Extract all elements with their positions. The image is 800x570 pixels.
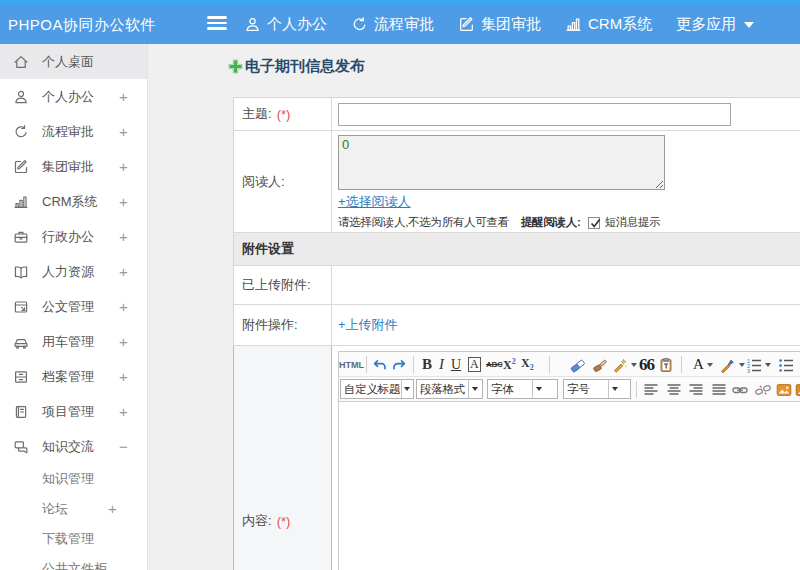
menu-toggle-icon[interactable]	[207, 16, 229, 30]
expand-icon[interactable]: +	[119, 79, 128, 114]
blockquote-button[interactable]: 66	[639, 354, 654, 375]
sidebar-item[interactable]: 个人办公+	[0, 79, 147, 114]
font-size-select[interactable]: 字号	[563, 379, 631, 399]
nav-item-label: 个人办公	[267, 15, 327, 34]
sidebar-item[interactable]: 公文管理+	[0, 289, 147, 324]
link-icon[interactable]	[732, 379, 748, 400]
nav-item-4[interactable]: CRM系统	[565, 15, 652, 34]
italic-button[interactable]: I	[439, 354, 444, 375]
sidebar-item[interactable]: 知识交流−	[0, 429, 147, 464]
main-content: 电子期刊信息发布 主题: (*) 阅读人: +选择阅读人	[149, 44, 800, 570]
align-justify-icon[interactable]	[711, 379, 727, 400]
expand-icon[interactable]: +	[119, 254, 128, 289]
document-icon	[13, 299, 29, 315]
expand-icon[interactable]: +	[119, 149, 128, 184]
align-left-icon[interactable]	[643, 379, 659, 400]
nav-item-5[interactable]: 更多应用	[676, 15, 754, 34]
image-icon[interactable]	[776, 379, 792, 400]
sidebar-subitem[interactable]: 论坛+	[0, 494, 147, 524]
attachment-section-header: 附件设置	[234, 233, 800, 266]
sidebar-item[interactable]: 人力资源+	[0, 254, 147, 289]
dropdown-caret-icon[interactable]	[468, 380, 481, 398]
sidebar-item-label: 用车管理	[42, 324, 94, 359]
formatmatch-icon[interactable]	[592, 354, 608, 375]
sidebar-item[interactable]: 流程审批+	[0, 114, 147, 149]
dropdown-caret-icon[interactable]	[608, 380, 621, 398]
briefcase-icon	[13, 229, 29, 245]
expand-icon[interactable]: +	[119, 359, 128, 394]
font-family-select[interactable]: 字体	[487, 379, 558, 399]
sms-label: 短消息提示	[604, 215, 660, 230]
collapse-icon[interactable]: −	[119, 429, 128, 464]
html-source-button[interactable]: HTML	[339, 354, 364, 375]
eraser-icon[interactable]	[570, 354, 586, 375]
toolbar-separator	[413, 356, 414, 373]
expand-icon[interactable]: +	[119, 289, 128, 324]
sidebar-item[interactable]: 项目管理+	[0, 394, 147, 429]
expand-icon[interactable]: +	[119, 184, 128, 219]
superscript-button[interactable]: X2	[503, 354, 516, 375]
expand-icon[interactable]: +	[108, 494, 117, 524]
page-title: 电子期刊信息发布	[245, 57, 365, 76]
sidebar-item[interactable]: 个人桌面	[0, 44, 147, 79]
form-row-attach-action: 附件操作: +上传附件	[234, 305, 800, 346]
sidebar-item-label: 人力资源	[42, 254, 94, 289]
dropdown-caret-icon[interactable]	[532, 380, 545, 398]
sidebar-subitem[interactable]: 公共文件柜	[0, 554, 147, 570]
nav-item-1[interactable]: 个人办公	[244, 15, 327, 34]
readers-textarea[interactable]	[338, 135, 665, 190]
redo-icon[interactable]	[391, 354, 407, 375]
attach-action-label: 附件操作:	[234, 305, 332, 345]
custom-title-select[interactable]: 自定义标题	[340, 379, 414, 399]
content-label: 内容: (*)	[234, 346, 332, 570]
forecolor-button[interactable]: A	[693, 354, 713, 375]
expand-icon[interactable]: +	[119, 114, 128, 149]
nav-item-3[interactable]: 集团审批	[458, 15, 541, 34]
backcolor-icon[interactable]	[720, 354, 745, 375]
app-logo: PHPOA协同办公软件	[8, 5, 156, 44]
select-readers-link[interactable]: +选择阅读人	[338, 194, 411, 209]
align-center-icon[interactable]	[666, 379, 682, 400]
readers-hint-row: 请选择阅读人,不选为所有人可查看 提醒阅读人: 短消息提示	[338, 215, 800, 230]
sidebar-item[interactable]: 行政办公+	[0, 219, 147, 254]
paragraph-select[interactable]: 段落格式	[416, 379, 483, 399]
nav-item-2[interactable]: 流程审批	[351, 15, 434, 34]
subject-input[interactable]	[338, 103, 731, 126]
undo-icon[interactable]	[372, 354, 388, 375]
fontborder-button[interactable]: A	[468, 354, 481, 375]
media-icon[interactable]	[795, 379, 800, 400]
dropdown-caret-icon[interactable]	[401, 380, 413, 398]
sms-checkbox[interactable]	[588, 217, 600, 229]
pastetext-icon[interactable]	[658, 354, 674, 375]
combo-value: 字体	[488, 380, 532, 398]
subscript-button[interactable]: X2	[521, 354, 534, 375]
ordered-list-icon[interactable]: 123	[746, 354, 771, 375]
strikethrough-button[interactable]: ABC	[486, 354, 502, 375]
user-icon	[13, 89, 29, 105]
expand-icon[interactable]: +	[119, 219, 128, 254]
sidebar-item[interactable]: 档案管理+	[0, 359, 147, 394]
nav-item-label: CRM系统	[588, 15, 652, 34]
expand-icon[interactable]: +	[119, 394, 128, 429]
page-title-row: 电子期刊信息发布	[228, 57, 365, 76]
upload-attachment-link[interactable]: +上传附件	[338, 316, 398, 334]
unordered-list-icon[interactable]	[778, 354, 794, 375]
sidebar-item-label: CRM系统	[42, 184, 98, 219]
autotypeset-icon[interactable]	[612, 354, 637, 375]
archive-icon	[13, 369, 29, 385]
expand-icon[interactable]: +	[119, 324, 128, 359]
editor-content-area[interactable]	[339, 402, 800, 570]
remind-readers-label: 提醒阅读人:	[521, 215, 581, 230]
sidebar-item[interactable]: 用车管理+	[0, 324, 147, 359]
sidebar-item-label: 行政办公	[42, 219, 94, 254]
align-right-icon[interactable]	[688, 379, 704, 400]
bold-button[interactable]: B	[422, 354, 432, 375]
sidebar-item[interactable]: 集团审批+	[0, 149, 147, 184]
sidebar-subitem[interactable]: 知识管理	[0, 464, 147, 494]
underline-button[interactable]: U	[451, 354, 461, 375]
sidebar-item[interactable]: CRM系统+	[0, 184, 147, 219]
sidebar-subitem[interactable]: 下载管理	[0, 524, 147, 554]
unlink-icon[interactable]	[755, 379, 771, 400]
sidebar-subitem-label: 下载管理	[42, 524, 94, 554]
app-window: PHPOA协同办公软件 个人办公流程审批集团审批CRM系统更多应用 个人桌面个人…	[0, 0, 800, 570]
